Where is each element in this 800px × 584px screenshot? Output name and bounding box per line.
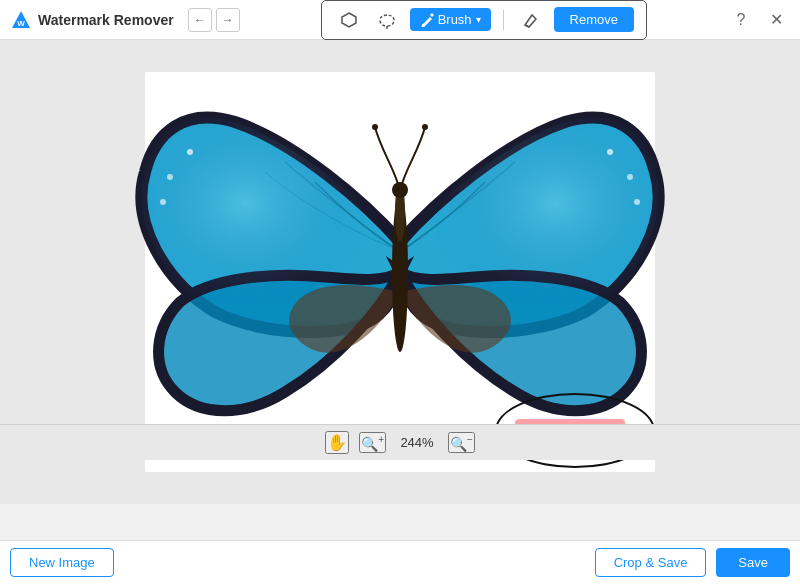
svg-text:W: W <box>17 19 25 28</box>
close-icon: ✕ <box>770 10 783 29</box>
zoom-bar: ✋ 🔍+ 244% 🔍− <box>0 424 800 460</box>
bottom-bar: New Image Crop & Save Save <box>0 540 800 584</box>
help-icon: ? <box>737 11 746 29</box>
title-right: ? ✕ <box>728 7 790 33</box>
app-title: Watermark Remover <box>38 12 174 28</box>
brush-tool-button[interactable]: Brush ▾ <box>410 8 491 31</box>
app-logo: W <box>10 9 32 31</box>
svg-point-17 <box>422 124 428 130</box>
svg-marker-2 <box>342 13 356 27</box>
lasso-icon <box>378 11 396 29</box>
eraser-tool-button[interactable] <box>516 6 546 34</box>
toolbar-container: Brush ▾ Remove <box>321 0 647 40</box>
pan-tool-button[interactable]: ✋ <box>325 431 349 454</box>
toolbar-separator <box>503 10 504 30</box>
svg-point-15 <box>392 182 408 198</box>
canvas-area[interactable]: ✋ 🔍+ 244% 🔍− <box>0 40 800 504</box>
eraser-icon <box>522 11 540 29</box>
close-button[interactable]: ✕ <box>764 7 790 33</box>
nav-forward-button[interactable]: → <box>216 8 240 32</box>
svg-point-16 <box>372 124 378 130</box>
title-left: W Watermark Remover ← → <box>10 8 240 32</box>
bottom-right-buttons: Crop & Save Save <box>595 548 790 577</box>
title-bar: W Watermark Remover ← → <box>0 0 800 40</box>
remove-button[interactable]: Remove <box>554 7 634 32</box>
brush-icon <box>420 13 434 27</box>
polygon-icon <box>340 11 358 29</box>
brush-label: Brush <box>438 12 472 27</box>
zoom-value: 244% <box>396 435 438 450</box>
lasso-tool-button[interactable] <box>372 6 402 34</box>
nav-arrows: ← → <box>188 8 240 32</box>
polygon-tool-button[interactable] <box>334 6 364 34</box>
save-button[interactable]: Save <box>716 548 790 577</box>
zoom-out-button[interactable]: 🔍− <box>448 432 475 454</box>
image-container <box>115 62 685 482</box>
zoom-in-button[interactable]: 🔍+ <box>359 432 386 454</box>
help-button[interactable]: ? <box>728 7 754 33</box>
brush-chevron-icon: ▾ <box>476 14 481 25</box>
new-image-button[interactable]: New Image <box>10 548 114 577</box>
nav-back-button[interactable]: ← <box>188 8 212 32</box>
toolbar: Brush ▾ Remove <box>321 0 647 40</box>
svg-line-5 <box>525 25 529 27</box>
crop-save-button[interactable]: Crop & Save <box>595 548 707 577</box>
